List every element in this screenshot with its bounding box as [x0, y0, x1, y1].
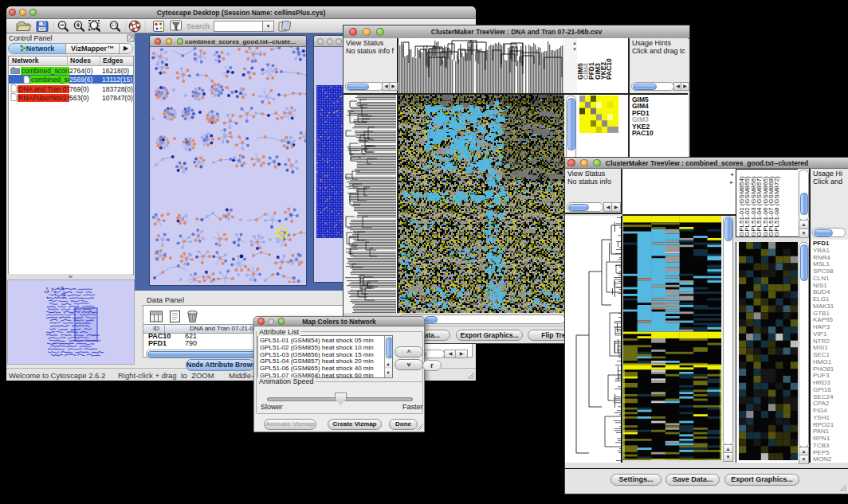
svg-text:PAC10: PAC10: [605, 58, 613, 80]
svg-text:GPL51-08 (GSM872): GPL51-08 (GSM872): [773, 176, 780, 236]
svg-text:1:1: 1:1: [112, 23, 117, 27]
